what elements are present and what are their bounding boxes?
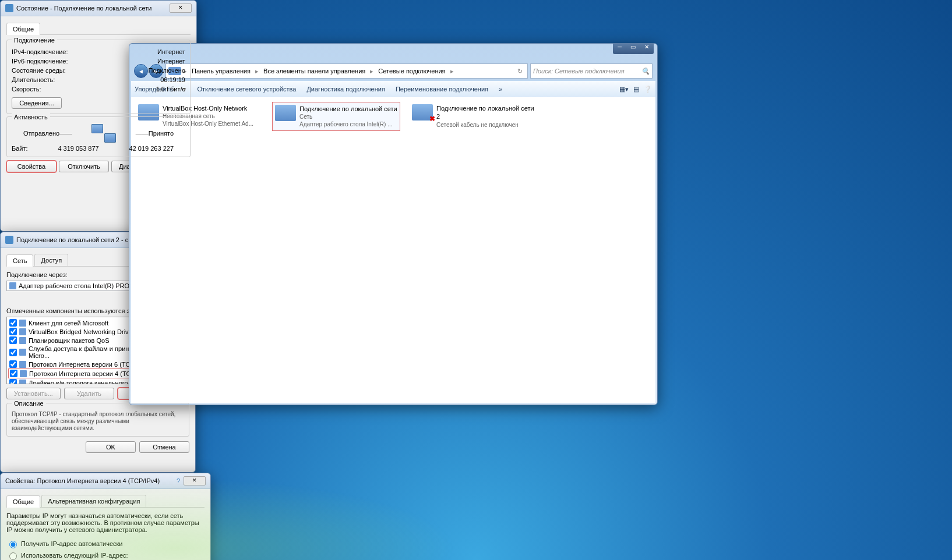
- refresh-icon[interactable]: ↻: [515, 68, 525, 75]
- cancel-button[interactable]: Отмена: [139, 441, 189, 453]
- disable-button[interactable]: Отключить: [59, 161, 109, 172]
- adapter-icon: [9, 282, 16, 289]
- radio-manual-ip[interactable]: [9, 552, 17, 560]
- toolbar: Упорядочить▾ Отключение сетевого устройс…: [131, 81, 655, 98]
- connection-group: Подключение IPv4-подключение:Интернет IP…: [6, 40, 191, 114]
- adapter-icon: [275, 105, 296, 121]
- component-icon: [19, 328, 26, 335]
- minimize-button[interactable]: ─: [613, 44, 626, 54]
- adapter-item[interactable]: Подключение по локальной сети 2 Сетевой …: [410, 102, 537, 131]
- breadcrumb[interactable]: ▸ Панель управления▸ Все элементы панели…: [165, 63, 528, 79]
- install-button[interactable]: Установить...: [6, 388, 61, 399]
- network-icon: [5, 236, 13, 244]
- component-icon: [19, 337, 26, 344]
- component-icon: [19, 361, 26, 368]
- maximize-button[interactable]: ▭: [626, 44, 640, 54]
- search-input[interactable]: Поиск: Сетевые подключения 🔍: [530, 63, 653, 79]
- tab-access[interactable]: Доступ: [34, 254, 68, 266]
- breadcrumb-item[interactable]: Сетевые подключения: [376, 68, 447, 75]
- toolbar-more[interactable]: »: [499, 86, 502, 93]
- adapter-list: VirtualBox Host-Only Network Неопознанна…: [131, 97, 655, 403]
- activity-icon: [91, 124, 116, 143]
- tab-general[interactable]: Общие: [6, 23, 40, 35]
- view-icon[interactable]: ▦▾: [619, 86, 629, 93]
- ok-button[interactable]: OK: [86, 441, 136, 453]
- toolbar-rename[interactable]: Переименование подключения: [396, 86, 488, 93]
- search-icon: 🔍: [641, 68, 650, 75]
- component-icon: [19, 349, 26, 356]
- tab-alternative[interactable]: Альтернативная конфигурация: [41, 495, 146, 507]
- ipv4-dialog: Свойства: Протокол Интернета версии 4 (T…: [0, 473, 211, 560]
- component-icon: [20, 370, 27, 377]
- toolbar-diagnose[interactable]: Диагностика подключения: [306, 86, 385, 93]
- close-button[interactable]: ✕: [184, 476, 206, 485]
- breadcrumb-item[interactable]: Все элементы панели управления: [261, 68, 368, 75]
- network-icon: [5, 4, 13, 12]
- adapter-item-selected[interactable]: Подключение по локальной сети Сеть Адапт…: [272, 102, 400, 131]
- dialog-title[interactable]: Свойства: Протокол Интернета версии 4 (T…: [1, 473, 210, 489]
- component-icon: [19, 320, 26, 327]
- explorer-window: ─ ▭ ✕ ◄ ► ▸ Панель управления▸ Все элеме…: [129, 43, 658, 405]
- activity-group: Активность Отправлено —— —— Принято Байт…: [6, 116, 191, 157]
- component-icon: [19, 380, 26, 385]
- radio-auto-ip[interactable]: [9, 541, 17, 548]
- toolbar-disable[interactable]: Отключение сетевого устройства: [197, 86, 296, 93]
- tab-general[interactable]: Общие: [6, 495, 40, 508]
- close-button[interactable]: ✕: [640, 44, 654, 54]
- remove-button[interactable]: Удалить: [64, 388, 114, 399]
- description-group: Описание Протокол TCP/IP - стандартный п…: [6, 403, 189, 437]
- close-button[interactable]: ✕: [170, 3, 192, 13]
- help-icon[interactable]: ❔: [644, 86, 652, 93]
- adapter-icon-disabled: [412, 104, 433, 120]
- tab-network[interactable]: Сеть: [6, 254, 33, 267]
- properties-button[interactable]: Свойства: [6, 161, 57, 172]
- dialog-title[interactable]: Состояние - Подключение по локальной сет…: [1, 1, 196, 16]
- breadcrumb-item[interactable]: Панель управления: [189, 68, 253, 75]
- window-controls: ─ ▭ ✕: [613, 44, 654, 54]
- help-icon[interactable]: ?: [177, 477, 180, 484]
- details-button[interactable]: Сведения...: [12, 97, 62, 109]
- preview-icon[interactable]: ▤: [633, 86, 639, 93]
